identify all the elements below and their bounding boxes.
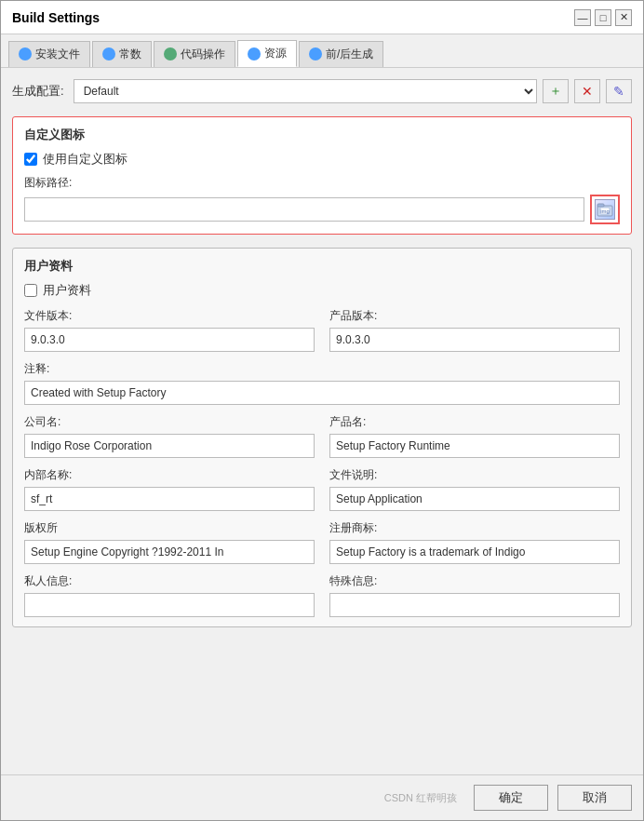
title-bar-controls: — □ ✕ <box>574 9 632 26</box>
copyright-input[interactable] <box>24 540 315 564</box>
tab-install-files[interactable]: 安装文件 <box>8 41 90 67</box>
build-settings-window: Build Settings — □ ✕ 安装文件 常数 代码操作 资源 前/后… <box>0 0 644 821</box>
file-version-group: 文件版本: <box>24 308 315 352</box>
window-title: Build Settings <box>12 10 100 25</box>
custom-icon-section: 自定义图标 使用自定义图标 图标路径: img <box>12 116 632 235</box>
cancel-button[interactable]: 取消 <box>557 785 632 811</box>
footer: CSDN 红帮明孩 确定 取消 <box>1 774 643 820</box>
company-group: 公司名: <box>24 414 315 458</box>
product-version-group: 产品版本: <box>329 308 620 352</box>
tab-code-actions[interactable]: 代码操作 <box>154 41 235 67</box>
trademark-input[interactable] <box>329 540 620 564</box>
file-description-group: 文件说明: <box>329 467 620 511</box>
product-version-input[interactable] <box>329 328 620 352</box>
internal-name-input[interactable] <box>24 487 315 511</box>
remove-config-button[interactable]: ✕ <box>574 79 600 103</box>
svg-text:img: img <box>600 209 610 214</box>
copyright-trademark-row: 版权所 注册商标: <box>24 520 620 564</box>
svg-rect-1 <box>597 204 604 207</box>
user-info-section: 用户资料 用户资料 文件版本: 产品版本: 注释: <box>12 248 632 627</box>
use-custom-icon-label[interactable]: 使用自定义图标 <box>43 151 127 168</box>
use-custom-icon-row: 使用自定义图标 <box>24 151 620 168</box>
tab-bar: 安装文件 常数 代码操作 资源 前/后生成 <box>1 34 643 68</box>
internal-name-group: 内部名称: <box>24 467 315 511</box>
copyright-group: 版权所 <box>24 520 315 564</box>
icon-path-row: img <box>24 195 620 224</box>
title-bar: Build Settings — □ ✕ <box>1 1 643 34</box>
tab-resources-label: 资源 <box>264 46 287 61</box>
private-special-row: 私人信息: 特殊信息: <box>24 573 620 617</box>
watermark: CSDN 红帮明孩 <box>384 791 464 805</box>
internal-name-label: 内部名称: <box>24 467 315 483</box>
version-row: 文件版本: 产品版本: <box>24 308 620 352</box>
tab-pre-post-label: 前/后生成 <box>326 47 373 62</box>
use-custom-icon-checkbox[interactable] <box>24 153 37 166</box>
content-area: 生成配置: Default ＋ ✕ ✎ 自定义图标 使用自定义图标 图标路径: <box>1 68 643 774</box>
tab-install-files-icon <box>19 47 32 61</box>
browse-icon: img <box>597 201 613 218</box>
browse-icon-inner: img <box>595 199 615 220</box>
copyright-label: 版权所 <box>24 520 315 536</box>
trademark-group: 注册商标: <box>329 520 620 564</box>
tab-pre-post[interactable]: 前/后生成 <box>299 41 383 67</box>
product-name-input[interactable] <box>329 434 620 458</box>
private-info-group: 私人信息: <box>24 573 315 617</box>
company-label: 公司名: <box>24 414 315 430</box>
special-info-group: 特殊信息: <box>329 573 620 617</box>
notes-label: 注释: <box>24 361 620 377</box>
window-title-area: Build Settings <box>12 10 100 25</box>
use-user-info-label[interactable]: 用户资料 <box>43 282 91 299</box>
build-config-controls: Default ＋ ✕ ✎ <box>74 79 632 103</box>
tab-constants-label: 常数 <box>119 47 141 62</box>
product-version-label: 产品版本: <box>329 308 620 324</box>
tab-resources[interactable]: 资源 <box>237 40 297 67</box>
file-version-input[interactable] <box>24 328 315 352</box>
icon-path-label: 图标路径: <box>24 175 620 191</box>
tab-install-files-label: 安装文件 <box>35 47 80 62</box>
use-user-info-row: 用户资料 <box>24 282 620 299</box>
private-info-input[interactable] <box>24 593 315 617</box>
icon-path-input[interactable] <box>24 197 584 222</box>
maximize-button[interactable]: □ <box>595 9 611 26</box>
tab-pre-post-icon <box>309 47 322 61</box>
tab-constants[interactable]: 常数 <box>92 41 152 67</box>
build-config-dropdown[interactable]: Default <box>74 79 537 103</box>
close-button[interactable]: ✕ <box>615 9 632 26</box>
product-name-group: 产品名: <box>329 414 620 458</box>
internal-description-row: 内部名称: 文件说明: <box>24 467 620 511</box>
add-config-button[interactable]: ＋ <box>543 79 569 103</box>
user-info-title: 用户资料 <box>24 258 620 275</box>
file-description-input[interactable] <box>329 487 620 511</box>
special-info-input[interactable] <box>329 593 620 617</box>
minimize-button[interactable]: — <box>574 9 591 26</box>
tab-resources-icon <box>248 47 261 61</box>
tab-code-actions-icon <box>164 47 177 61</box>
notes-group: 注释: <box>24 361 620 405</box>
tab-code-actions-label: 代码操作 <box>181 47 225 62</box>
edit-config-button[interactable]: ✎ <box>606 79 632 103</box>
special-info-label: 特殊信息: <box>329 573 620 589</box>
ok-button[interactable]: 确定 <box>474 785 548 811</box>
file-version-label: 文件版本: <box>24 308 315 324</box>
company-product-row: 公司名: 产品名: <box>24 414 620 458</box>
trademark-label: 注册商标: <box>329 520 620 536</box>
company-input[interactable] <box>24 434 315 458</box>
file-description-label: 文件说明: <box>329 467 620 483</box>
tab-constants-icon <box>102 47 115 61</box>
product-name-label: 产品名: <box>329 414 620 430</box>
build-config-row: 生成配置: Default ＋ ✕ ✎ <box>12 79 632 103</box>
custom-icon-title: 自定义图标 <box>24 127 620 143</box>
private-info-label: 私人信息: <box>24 573 315 589</box>
build-config-label: 生成配置: <box>12 83 64 100</box>
use-user-info-checkbox[interactable] <box>24 284 37 297</box>
notes-input[interactable] <box>24 381 620 405</box>
browse-icon-button[interactable]: img <box>590 195 620 224</box>
